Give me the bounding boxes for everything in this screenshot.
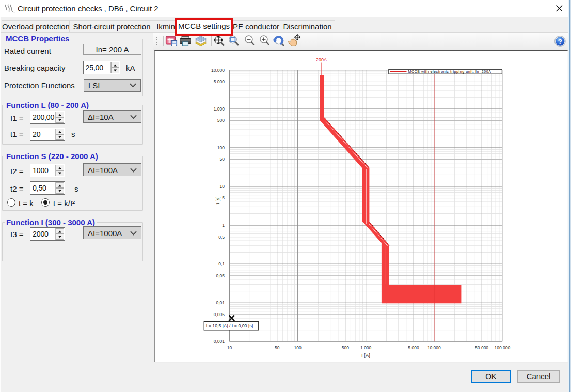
svg-text:0,01: 0,01 bbox=[216, 300, 225, 305]
svg-text:0,001: 0,001 bbox=[214, 339, 225, 344]
svg-text:1.000: 1.000 bbox=[214, 106, 225, 112]
svg-text:10.000: 10.000 bbox=[211, 68, 225, 73]
svg-text:5.000: 5.000 bbox=[408, 345, 419, 350]
svg-text:5.000: 5.000 bbox=[214, 79, 225, 84]
svg-text:10: 10 bbox=[227, 345, 232, 350]
svg-text:I = 10,5 [A] / t = 0,00 [s]: I = 10,5 [A] / t = 0,00 [s] bbox=[206, 323, 253, 328]
svg-text:500: 500 bbox=[217, 118, 225, 123]
svg-text:100.000: 100.000 bbox=[495, 345, 511, 350]
svg-text:100: 100 bbox=[217, 145, 225, 150]
svg-text:0,05: 0,05 bbox=[216, 273, 225, 278]
svg-text:0,1: 0,1 bbox=[218, 261, 225, 266]
svg-text:100: 100 bbox=[294, 345, 302, 350]
svg-text:t [s]: t [s] bbox=[215, 196, 220, 204]
svg-text:10: 10 bbox=[220, 184, 225, 189]
svg-text:50: 50 bbox=[275, 345, 280, 350]
svg-text:0,5: 0,5 bbox=[218, 234, 225, 240]
svg-text:0,005: 0,005 bbox=[214, 312, 225, 317]
svg-text:5: 5 bbox=[222, 195, 225, 200]
svg-text:MCCB with electronic tripping: MCCB with electronic tripping unit, In=2… bbox=[408, 70, 491, 74]
svg-text:50: 50 bbox=[220, 156, 225, 162]
svg-text:500: 500 bbox=[342, 345, 349, 350]
svg-text:50.000: 50.000 bbox=[475, 345, 488, 350]
svg-text:10.000: 10.000 bbox=[427, 345, 441, 350]
svg-text:200A: 200A bbox=[316, 57, 327, 62]
svg-text:1.000: 1.000 bbox=[360, 345, 372, 350]
svg-text:I [A]: I [A] bbox=[361, 352, 370, 358]
svg-text:1: 1 bbox=[222, 223, 225, 228]
